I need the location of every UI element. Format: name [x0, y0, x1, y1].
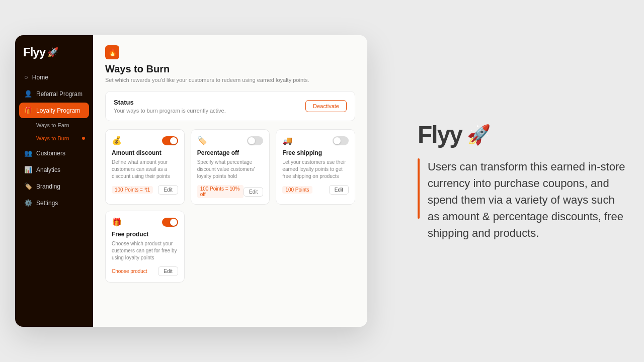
sidebar-item-loyalty-label: Loyalty Program	[36, 107, 80, 114]
status-title: Status	[114, 99, 226, 106]
accent-bar	[418, 158, 420, 219]
amount-discount-desc: Define what amount your customers can av…	[112, 159, 178, 180]
sidebar-item-analytics-label: Analytics	[36, 166, 60, 173]
percentage-off-edit-button[interactable]: Edit	[244, 187, 263, 197]
sidebar-item-referral[interactable]: 👤 Referral Program	[19, 86, 89, 102]
free-shipping-tag: 100 Points	[282, 186, 312, 194]
sidebar-logo: Flyy 🚀	[15, 45, 93, 69]
status-card: Status Your ways to burn program is curr…	[105, 91, 355, 121]
percentage-off-card: 🏷️ Percentage off Specify what percentag…	[191, 129, 270, 205]
right-description: Users can transform this earned in-store…	[428, 158, 629, 241]
sidebar: Flyy 🚀 ○ Home 👤 Referral Program 🎁 Loyal…	[15, 35, 93, 327]
deactivate-button[interactable]: Deactivate	[305, 100, 347, 112]
percentage-off-title: Percentage off	[197, 149, 264, 156]
loyalty-sub-nav: Ways to Earn Ways to Burn	[19, 119, 89, 144]
amount-discount-header: 💰	[112, 136, 178, 145]
free-product-toggle[interactable]	[162, 218, 178, 227]
percentage-off-header: 🏷️	[197, 136, 264, 145]
free-shipping-edit-button[interactable]: Edit	[329, 185, 349, 195]
analytics-icon: 📊	[24, 166, 32, 173]
referral-icon: 👤	[24, 90, 32, 98]
free-product-edit-button[interactable]: Edit	[158, 266, 178, 276]
amount-discount-card: 💰 Amount discount Define what amount you…	[105, 129, 185, 205]
free-product-footer: Choose product Edit	[112, 266, 178, 276]
free-product-icon: 🎁	[112, 217, 122, 227]
flyy-logo-large: Flyy	[418, 121, 462, 148]
sidebar-item-analytics[interactable]: 📊 Analytics	[19, 162, 89, 177]
sidebar-navigation: ○ Home 👤 Referral Program 🎁 Loyalty Prog…	[15, 69, 93, 211]
branding-icon: 🏷️	[24, 183, 32, 190]
sidebar-item-loyalty[interactable]: 🎁 Loyalty Program	[19, 103, 89, 118]
free-shipping-footer: 100 Points Edit	[282, 185, 349, 195]
sidebar-item-settings-label: Settings	[36, 200, 58, 207]
free-shipping-desc: Let your customers use their earned loya…	[282, 159, 349, 180]
logo-rocket-icon: 🚀	[47, 47, 58, 58]
status-description: Your ways to burn program is currently a…	[114, 108, 226, 114]
status-info: Status Your ways to burn program is curr…	[114, 99, 226, 114]
rocket-icon-large: 🚀	[467, 124, 491, 146]
right-text-block: Users can transform this earned in-store…	[418, 158, 629, 241]
free-shipping-header: 🚚	[282, 136, 349, 145]
percentage-off-toggle[interactable]	[247, 136, 263, 145]
free-shipping-card: 🚚 Free shipping Let your customers use t…	[276, 129, 355, 205]
sidebar-item-branding[interactable]: 🏷️ Branding	[19, 178, 89, 194]
logo-text: Flyy	[23, 45, 45, 59]
customers-icon: 👥	[24, 149, 32, 157]
settings-icon: ⚙️	[24, 199, 32, 207]
loyalty-icon: 🎁	[24, 107, 32, 114]
sidebar-item-settings[interactable]: ⚙️ Settings	[19, 195, 89, 211]
amount-discount-icon: 💰	[112, 136, 122, 145]
choose-product-label[interactable]: Choose product	[112, 268, 147, 274]
sidebar-item-home[interactable]: ○ Home	[19, 69, 89, 85]
free-shipping-toggle[interactable]	[333, 136, 349, 145]
ways-earn-label: Ways to Earn	[36, 122, 69, 128]
free-product-card: 🎁 Free product Choose which product your…	[105, 211, 185, 283]
percentage-off-desc: Specify what percentage discount value c…	[197, 159, 264, 180]
sidebar-item-customers[interactable]: 👥 Customers	[19, 145, 89, 161]
percentage-off-footer: 100 Points = 10% off Edit	[197, 185, 264, 198]
home-icon: ○	[24, 73, 28, 81]
sidebar-item-branding-label: Branding	[36, 183, 60, 190]
free-product-desc: Choose which product your customers can …	[112, 240, 178, 261]
sidebar-item-home-label: Home	[32, 74, 48, 81]
page-subtitle: Set which rewards you'd like your custom…	[105, 77, 355, 83]
free-shipping-icon: 🚚	[282, 136, 292, 145]
amount-discount-toggle[interactable]	[162, 136, 178, 145]
ways-burn-label: Ways to Burn	[36, 135, 69, 141]
sidebar-item-ways-earn[interactable]: Ways to Earn	[31, 119, 89, 131]
free-product-title: Free product	[112, 231, 178, 238]
page-title: Ways to Burn	[105, 63, 355, 75]
page-wrapper: Flyy 🚀 ○ Home 👤 Referral Program 🎁 Loyal…	[0, 0, 644, 362]
free-shipping-title: Free shipping	[282, 149, 349, 156]
amount-discount-footer: 100 Points = ₹1 Edit	[112, 185, 178, 195]
amount-discount-edit-button[interactable]: Edit	[158, 185, 178, 195]
free-product-header: 🎁	[112, 217, 178, 227]
app-card: Flyy 🚀 ○ Home 👤 Referral Program 🎁 Loyal…	[15, 35, 367, 327]
page-header-icon: 🔥	[105, 45, 119, 59]
main-content: 🔥 Ways to Burn Set which rewards you'd l…	[93, 35, 367, 327]
active-dot	[82, 137, 85, 140]
sidebar-item-customers-label: Customers	[36, 150, 65, 157]
sidebar-item-referral-label: Referral Program	[36, 90, 83, 98]
amount-discount-tag: 100 Points = ₹1	[112, 186, 153, 194]
right-panel: Flyy 🚀 Users can transform this earned i…	[418, 121, 629, 241]
percentage-off-tag: 100 Points = 10% off	[197, 185, 244, 198]
flyy-brand: Flyy 🚀	[418, 121, 629, 148]
percentage-off-icon: 🏷️	[197, 136, 207, 145]
amount-discount-title: Amount discount	[112, 149, 178, 156]
sidebar-item-ways-burn[interactable]: Ways to Burn	[31, 132, 89, 144]
bottom-cards-grid: 🎁 Free product Choose which product your…	[105, 211, 355, 283]
reward-cards-grid: 💰 Amount discount Define what amount you…	[105, 129, 355, 205]
